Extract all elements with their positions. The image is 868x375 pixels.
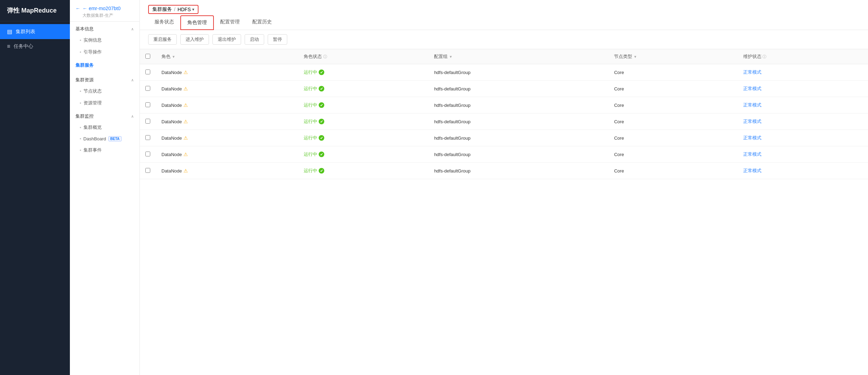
role-table: 角色 角色状态 配置组 节点类型 维护状态 — [140, 49, 868, 179]
th-node-type[interactable]: 节点类型 — [608, 49, 737, 64]
role-name-text-6: DataNode — [161, 168, 182, 174]
sidebar: 弹性 MapReduce ▤ 集群列表 ≡ 任务中心 — [0, 0, 70, 375]
app-title: 弹性 MapReduce — [0, 0, 70, 21]
maintenance-mode-6[interactable]: 正常模式 — [743, 168, 761, 173]
section-basic-info[interactable]: 基本信息 ∧ — [70, 22, 139, 34]
hdfs-dropdown-arrow: ▾ — [192, 7, 194, 12]
toolbar: 重启服务 进入维护 退出维护 启动 暂停 — [140, 30, 868, 49]
maintenance-mode-5[interactable]: 正常模式 — [743, 152, 761, 157]
section-cluster-monitor[interactable]: 集群监控 ∧ — [70, 109, 139, 122]
td-checkbox-3 — [140, 113, 156, 130]
tab-config-history[interactable]: 配置历史 — [246, 15, 278, 30]
td-node-type-5: Core — [608, 146, 737, 163]
status-check-icon-6: ✔ — [319, 168, 324, 174]
pause-button[interactable]: 暂停 — [268, 34, 287, 45]
mid-item-resource-mgmt[interactable]: 资源管理 — [70, 97, 139, 109]
th-checkbox — [140, 49, 156, 64]
table-row: DataNode ⚠ 运行中 ✔ hdfs-defaultGroup Core … — [140, 64, 868, 81]
tab-service-status-label: 服务状态 — [154, 19, 174, 24]
status-check-icon-5: ✔ — [319, 152, 324, 157]
td-node-type-6: Core — [608, 163, 737, 179]
maintenance-mode-1[interactable]: 正常模式 — [743, 86, 761, 91]
warn-icon-2: ⚠ — [183, 102, 188, 108]
tab-role-mgmt[interactable]: 角色管理 — [180, 15, 214, 30]
section-cluster-resources[interactable]: 集群资源 ∧ — [70, 73, 139, 85]
sidebar-item-cluster-list[interactable]: ▤ 集群列表 — [0, 24, 70, 39]
status-text-5: 运行中 — [304, 151, 317, 157]
row-checkbox-2[interactable] — [145, 102, 150, 107]
td-config-group-5: hdfs-defaultGroup — [428, 146, 608, 163]
maintenance-mode-3[interactable]: 正常模式 — [743, 119, 761, 124]
td-maintenance-2: 正常模式 — [738, 97, 868, 113]
mid-item-cluster-overview[interactable]: 集群概览 — [70, 122, 139, 133]
cluster-monitor-label: 集群监控 — [75, 113, 94, 119]
table-row: DataNode ⚠ 运行中 ✔ hdfs-defaultGroup Core … — [140, 113, 868, 130]
status-running-6: 运行中 ✔ — [304, 168, 423, 174]
warn-icon-4: ⚠ — [183, 135, 188, 141]
breadcrumb-separator: / — [174, 7, 175, 12]
td-role-6: DataNode ⚠ — [156, 163, 298, 179]
td-config-group-4: hdfs-defaultGroup — [428, 130, 608, 146]
row-checkbox-3[interactable] — [145, 119, 150, 124]
row-checkbox-1[interactable] — [145, 86, 150, 91]
td-maintenance-4: 正常模式 — [738, 130, 868, 146]
table-row: DataNode ⚠ 运行中 ✔ hdfs-defaultGroup Core … — [140, 130, 868, 146]
main-header: 集群服务 / HDFS ▾ 服务状态 角色管理 配置管理 配置历史 — [140, 0, 868, 30]
status-check-icon-2: ✔ — [319, 102, 324, 108]
td-maintenance-6: 正常模式 — [738, 163, 868, 179]
status-running-1: 运行中 ✔ — [304, 86, 423, 92]
warn-icon-6: ⚠ — [183, 168, 188, 174]
mid-panel: ← ← emr-mo207bt0 大数据集群-生产 基本信息 ∧ 实例信息 引导… — [70, 0, 140, 375]
warn-icon-1: ⚠ — [183, 86, 188, 91]
section-basic-info-arrow: ∧ — [131, 27, 134, 31]
td-config-group-2: hdfs-defaultGroup — [428, 97, 608, 113]
mid-item-cluster-events[interactable]: 集群事件 — [70, 144, 139, 156]
tab-config-mgmt-label: 配置管理 — [220, 19, 240, 24]
role-name-text-5: DataNode — [161, 152, 182, 157]
maintenance-mode-4[interactable]: 正常模式 — [743, 135, 761, 140]
mid-item-node-status[interactable]: 节点状态 — [70, 85, 139, 97]
mid-item-dashboard[interactable]: DashBoard BETA — [70, 133, 139, 144]
task-center-icon: ≡ — [7, 43, 10, 50]
mid-item-bootstrap-ops[interactable]: 引导操作 — [70, 46, 139, 58]
td-maintenance-0: 正常模式 — [738, 64, 868, 81]
restart-service-button[interactable]: 重启服务 — [148, 34, 177, 45]
row-checkbox-6[interactable] — [145, 168, 150, 173]
sidebar-item-task-center[interactable]: ≡ 任务中心 — [0, 39, 70, 54]
td-maintenance-1: 正常模式 — [738, 81, 868, 97]
select-all-checkbox[interactable] — [145, 54, 150, 59]
td-checkbox-6 — [140, 163, 156, 179]
resource-mgmt-label: 资源管理 — [84, 100, 102, 106]
maintenance-mode-0[interactable]: 正常模式 — [743, 69, 761, 75]
status-check-icon-1: ✔ — [319, 86, 324, 91]
section-cluster-services[interactable]: 集群服务 — [70, 58, 139, 73]
cluster-list-icon: ▤ — [7, 28, 12, 35]
th-config-group[interactable]: 配置组 — [428, 49, 608, 64]
tab-config-mgmt[interactable]: 配置管理 — [214, 15, 246, 30]
row-checkbox-4[interactable] — [145, 135, 150, 140]
td-checkbox-2 — [140, 97, 156, 113]
row-checkbox-0[interactable] — [145, 69, 150, 74]
td-checkbox-0 — [140, 64, 156, 81]
start-button[interactable]: 启动 — [245, 34, 264, 45]
td-node-type-2: Core — [608, 97, 737, 113]
status-running-4: 运行中 ✔ — [304, 135, 423, 141]
cluster-name: ← emr-mo207bt0 — [82, 6, 121, 11]
status-text-3: 运行中 — [304, 118, 317, 125]
maintenance-mode-2[interactable]: 正常模式 — [743, 102, 761, 108]
td-config-group-0: hdfs-defaultGroup — [428, 64, 608, 81]
enter-maintenance-button[interactable]: 进入维护 — [180, 34, 209, 45]
dashboard-beta-badge: BETA — [108, 136, 122, 141]
row-checkbox-5[interactable] — [145, 152, 150, 156]
cluster-overview-label: 集群概览 — [84, 124, 102, 131]
exit-maintenance-button[interactable]: 退出维护 — [212, 34, 241, 45]
th-role[interactable]: 角色 — [156, 49, 298, 64]
mid-item-instance-info[interactable]: 实例信息 — [70, 34, 139, 46]
breadcrumb-service-hdfs[interactable]: 集群服务 / HDFS ▾ — [148, 5, 198, 14]
tab-service-status[interactable]: 服务状态 — [148, 15, 180, 30]
td-status-5: 运行中 ✔ — [298, 146, 428, 163]
td-status-2: 运行中 ✔ — [298, 97, 428, 113]
td-role-2: DataNode ⚠ — [156, 97, 298, 113]
td-role-4: DataNode ⚠ — [156, 130, 298, 146]
back-button[interactable]: ← ← emr-mo207bt0 — [75, 6, 134, 11]
